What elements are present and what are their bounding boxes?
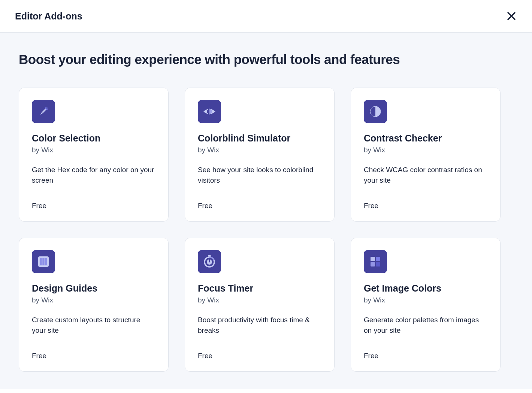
contrast-icon xyxy=(364,100,387,123)
eyedropper-icon xyxy=(32,100,55,123)
addon-card-color-selection[interactable]: Color Selection by Wix Get the Hex code … xyxy=(19,88,169,222)
addon-author: by Wix xyxy=(198,296,321,304)
addon-price: Free xyxy=(198,352,321,360)
columns-icon xyxy=(32,250,55,273)
addon-price: Free xyxy=(364,202,487,210)
addon-description: Generate color palettes from images on y… xyxy=(364,315,487,343)
svg-rect-8 xyxy=(40,258,42,265)
modal-title: Editor Add-ons xyxy=(15,11,82,22)
addon-card-get-image-colors[interactable]: Get Image Colors by Wix Generate color p… xyxy=(351,238,501,372)
svg-rect-15 xyxy=(376,257,380,261)
addon-title: Get Image Colors xyxy=(364,283,487,294)
svg-rect-17 xyxy=(376,262,380,266)
addon-card-contrast-checker[interactable]: Contrast Checker by Wix Check WCAG color… xyxy=(351,88,501,222)
addon-card-focus-timer[interactable]: Focus Timer by Wix Boost productivity wi… xyxy=(185,238,335,372)
modal-content: Boost your editing experience with power… xyxy=(0,33,532,389)
addon-author: by Wix xyxy=(364,146,487,154)
addon-price: Free xyxy=(198,202,321,210)
addon-card-design-guides[interactable]: Design Guides by Wix Create custom layou… xyxy=(19,238,169,372)
eye-icon xyxy=(198,100,221,123)
addon-grid: Color Selection by Wix Get the Hex code … xyxy=(19,88,513,372)
addon-description: Create custom layouts to structure your … xyxy=(32,315,155,343)
page-headline: Boost your editing experience with power… xyxy=(19,52,513,67)
svg-rect-13 xyxy=(208,255,211,257)
addon-price: Free xyxy=(32,202,155,210)
svg-rect-9 xyxy=(42,258,45,265)
svg-rect-14 xyxy=(371,257,375,261)
addon-title: Color Selection xyxy=(32,133,155,144)
addon-title: Colorblind Simulator xyxy=(198,133,321,144)
modal-header: Editor Add-ons xyxy=(0,0,532,33)
svg-rect-10 xyxy=(45,258,48,265)
addon-author: by Wix xyxy=(364,296,487,304)
addon-description: Boost productivity with focus time & bre… xyxy=(198,315,321,343)
addon-description: Get the Hex code for any color on your s… xyxy=(32,165,155,193)
addon-title: Contrast Checker xyxy=(364,133,487,144)
addon-author: by Wix xyxy=(32,146,155,154)
addon-author: by Wix xyxy=(198,146,321,154)
addon-author: by Wix xyxy=(32,296,155,304)
close-icon xyxy=(507,12,516,20)
palette-grid-icon xyxy=(364,250,387,273)
close-button[interactable] xyxy=(506,10,517,22)
timer-icon xyxy=(198,250,221,273)
addon-description: See how your site looks to colorblind vi… xyxy=(198,165,321,193)
addon-card-colorblind-simulator[interactable]: Colorblind Simulator by Wix See how your… xyxy=(185,88,335,222)
svg-rect-16 xyxy=(371,262,375,266)
addon-description: Check WCAG color contrast ratios on your… xyxy=(364,165,487,193)
addon-price: Free xyxy=(32,352,155,360)
addon-title: Design Guides xyxy=(32,283,155,294)
addon-price: Free xyxy=(364,352,487,360)
addon-title: Focus Timer xyxy=(198,283,321,294)
